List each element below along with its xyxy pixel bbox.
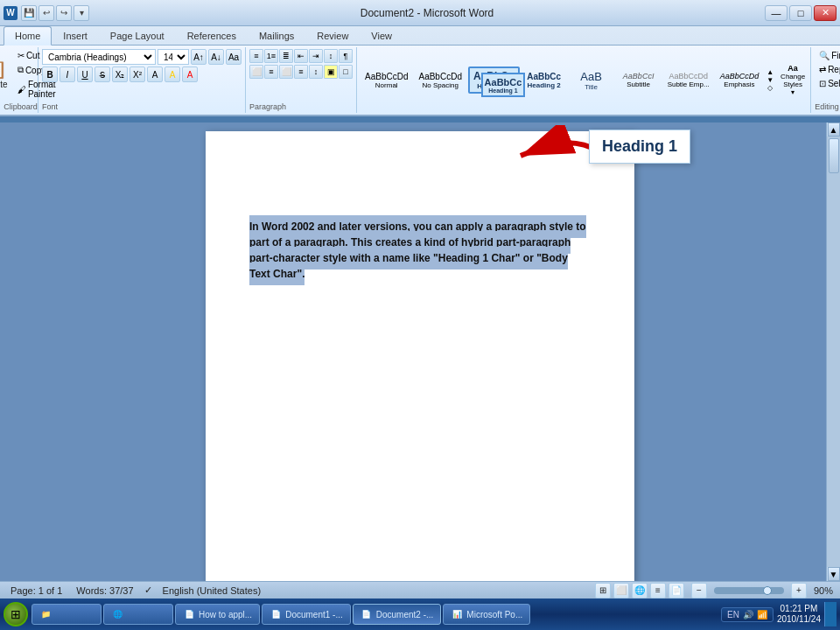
zoom-in-button[interactable]: +	[791, 583, 807, 598]
clear-format-button[interactable]: Aa	[226, 49, 242, 65]
title-bar-left: W 💾 ↩ ↪ ▾	[4, 5, 89, 21]
select-button[interactable]: ⊡ Select	[815, 77, 840, 90]
tab-home[interactable]: Home	[4, 26, 52, 46]
style-title[interactable]: AaB Title	[569, 67, 614, 94]
subscript-button[interactable]: X₂	[112, 66, 128, 82]
outline-button[interactable]: ≡	[650, 583, 666, 598]
decrease-font-button[interactable]: A↓	[208, 49, 224, 65]
customize-qa-button[interactable]: ▾	[74, 5, 89, 21]
multilevel-list-button[interactable]: ≣	[279, 49, 293, 63]
bullets-button[interactable]: ≡	[249, 49, 263, 63]
font-color-button[interactable]: A	[182, 66, 198, 82]
show-desktop-button[interactable]	[824, 602, 836, 626]
styles-scroll[interactable]: ▲ ▼ ◇	[766, 68, 774, 92]
scroll-up-button[interactable]: ▲	[828, 122, 840, 136]
font-family-select[interactable]: Cambria (Headings)	[42, 49, 156, 65]
explorer-icon: 📁	[39, 608, 52, 620]
words-info[interactable]: Words: 37/37	[73, 585, 136, 596]
shading-button[interactable]: ▣	[324, 65, 338, 79]
line-spacing-button[interactable]: ↕	[309, 65, 323, 79]
bold-button[interactable]: B	[42, 66, 58, 82]
show-hide-button[interactable]: ¶	[339, 49, 353, 63]
doc2-icon: 📄	[360, 608, 373, 620]
save-qa-button[interactable]: 💾	[21, 5, 37, 21]
heading1-tooltip-label: Heading 1	[602, 137, 677, 155]
tab-insert[interactable]: Insert	[52, 26, 99, 45]
increase-indent-button[interactable]: ⇥	[309, 49, 323, 63]
tab-review[interactable]: Review	[305, 26, 360, 45]
font-size-select[interactable]: 14	[158, 49, 189, 65]
clipboard-label: Clipboard	[4, 101, 38, 111]
web-layout-button[interactable]: 🌐	[632, 583, 648, 598]
document-content[interactable]: In Word 2002 and later versions, you can…	[249, 219, 591, 282]
start-button[interactable]: ⊞	[4, 602, 28, 626]
superscript-button[interactable]: X²	[130, 66, 145, 82]
style-no-spacing[interactable]: AaBbCcDd No Spacing	[414, 69, 466, 92]
change-styles-button[interactable]: Aa Change Styles ▾	[779, 62, 807, 98]
spell-check-icon[interactable]: ✓	[144, 584, 152, 596]
minimize-button[interactable]: —	[765, 5, 788, 21]
scroll-thumb[interactable]	[829, 138, 839, 173]
style-heading2[interactable]: AaBbCc Heading 2	[522, 69, 567, 92]
align-center-button[interactable]: ≡	[264, 65, 278, 79]
print-layout-button[interactable]: ⊞	[595, 583, 611, 598]
tab-references[interactable]: References	[176, 26, 248, 45]
undo-qa-button[interactable]: ↩	[38, 5, 54, 21]
system-clock[interactable]: 01:21 PM 2010/11/24	[777, 604, 821, 625]
taskbar-powerpoint[interactable]: 📊 Microsoft Po...	[443, 604, 530, 625]
language-info[interactable]: English (United States)	[159, 585, 265, 596]
selected-text[interactable]: In Word 2002 and later versions, you can…	[249, 215, 586, 285]
align-right-button[interactable]: ⬜	[279, 65, 293, 79]
styles-gallery: AaBbCcDd Normal AaBbCcDd No Spacing AaBb…	[357, 47, 811, 113]
border-button[interactable]: □	[339, 65, 353, 79]
scroll-bar[interactable]: ▲ ▼	[826, 122, 840, 581]
heading1-ribbon-indicator[interactable]: AaBbCc Heading 1	[481, 73, 525, 97]
draft-button[interactable]: 📄	[668, 583, 684, 598]
ribbon-content: 📋 Paste ✂ Cut ⧉ Copy 🖌 Format Painter Cl…	[0, 45, 840, 115]
system-tray: EN 🔊 📶 01:21 PM 2010/11/24	[721, 602, 836, 626]
style-emphasis[interactable]: AaBbCcDd Emphasis	[716, 69, 764, 91]
clipboard-group: 📋 Paste ✂ Cut ⧉ Copy 🖌 Format Painter Cl…	[4, 47, 38, 113]
tab-mailings[interactable]: Mailings	[248, 26, 305, 45]
text-effects-button[interactable]: A	[147, 66, 163, 82]
maximize-button[interactable]: □	[789, 5, 812, 21]
taskbar-ie[interactable]: 🌐	[103, 604, 173, 625]
scroll-down-button[interactable]: ▼	[828, 567, 840, 581]
taskbar: ⊞ 📁 🌐 📄 How to appl... 📄 Document1 -... …	[0, 598, 840, 630]
strikethrough-button[interactable]: S̶	[94, 66, 110, 82]
text-highlight-button[interactable]: A	[164, 66, 180, 82]
full-screen-button[interactable]: ⬜	[613, 583, 629, 598]
increase-font-button[interactable]: A↑	[191, 49, 206, 65]
document-page: In Word 2002 and later versions, you can…	[206, 131, 634, 581]
ie-icon: 🌐	[111, 608, 123, 620]
clock-date: 2010/11/24	[777, 614, 821, 625]
underline-button[interactable]: U	[77, 66, 93, 82]
zoom-slider[interactable]	[714, 587, 784, 594]
taskbar-explorer[interactable]: 📁	[32, 604, 102, 625]
zoom-out-button[interactable]: −	[691, 583, 707, 598]
paste-button[interactable]: 📋 Paste	[0, 57, 12, 93]
taskbar-doc1[interactable]: 📄 Document1 -...	[262, 604, 351, 625]
redo-qa-button[interactable]: ↪	[56, 5, 72, 21]
align-left-button[interactable]: ⬜	[249, 65, 263, 79]
decrease-indent-button[interactable]: ⇤	[294, 49, 308, 63]
justify-button[interactable]: ≡	[294, 65, 308, 79]
taskbar-howto[interactable]: 📄 How to appl...	[175, 604, 260, 625]
tab-page-layout[interactable]: Page Layout	[99, 26, 176, 45]
numbering-button[interactable]: 1≡	[264, 49, 278, 63]
sort-button[interactable]: ↕	[324, 49, 338, 63]
network-icon[interactable]: 📶	[757, 610, 767, 620]
style-normal[interactable]: AaBbCcDd Normal	[360, 69, 412, 92]
style-subtitle[interactable]: AaBbCcI Subtitle	[616, 69, 662, 91]
italic-button[interactable]: I	[60, 66, 75, 82]
quick-access-toolbar: 💾 ↩ ↪ ▾	[21, 5, 89, 21]
doc1-icon: 📄	[270, 608, 282, 620]
style-subtle-emphasis[interactable]: AaBbCcDd Subtle Emp...	[663, 69, 714, 91]
volume-icon[interactable]: 🔊	[743, 610, 753, 620]
taskbar-doc2[interactable]: 📄 Document2 -...	[353, 604, 442, 625]
replace-button[interactable]: ⇄ Replace	[815, 63, 840, 76]
tab-view[interactable]: View	[360, 26, 403, 45]
page-info[interactable]: Page: 1 of 1	[7, 585, 66, 596]
find-button[interactable]: 🔍 Find	[815, 49, 840, 62]
close-button[interactable]: ✕	[814, 5, 836, 21]
